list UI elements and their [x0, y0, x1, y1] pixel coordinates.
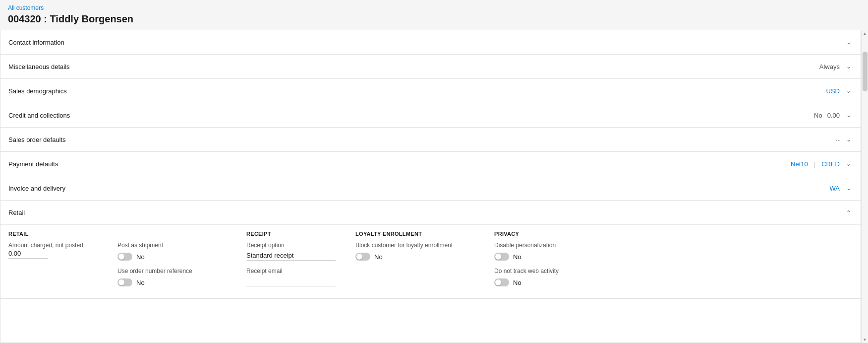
- retail-amount-value: 0.00: [8, 250, 48, 259]
- loyalty-block-label: Block customer for loyalty enrollment: [355, 242, 474, 249]
- no-track-web-value: No: [513, 279, 521, 286]
- section-right-credit: No 0.00 ⌄: [814, 112, 853, 119]
- main-content: Contact information ⌄ Miscellaneous deta…: [0, 30, 861, 343]
- retail-heading: RETAIL: [8, 231, 98, 237]
- misc-value: Always: [819, 63, 840, 70]
- section-title-credit: Credit and collections: [8, 112, 70, 119]
- chevron-down-icon: ⌄: [845, 87, 853, 94]
- payment-divider: |: [814, 160, 815, 168]
- retail-col-2: Post as shipment No Use order number ref…: [117, 231, 246, 286]
- section-sales-order-defaults[interactable]: Sales order defaults -- ⌄: [0, 128, 861, 152]
- retail-col-3: RECEIPT Receipt option Receipt email: [246, 231, 355, 286]
- loyalty-value: No: [374, 253, 383, 261]
- no-track-web-toggle-row: No: [494, 278, 593, 286]
- chevron-down-icon: ⌄: [845, 112, 853, 119]
- section-miscellaneous-details[interactable]: Miscellaneous details Always ⌄: [0, 55, 861, 79]
- post-shipment-toggle-row: No: [117, 253, 227, 261]
- order-number-ref-value: No: [136, 279, 145, 286]
- disable-personalization-toggle-row: No: [494, 253, 593, 261]
- sales-demo-value: USD: [826, 87, 840, 95]
- payment-value-cred: CRED: [821, 160, 840, 168]
- receipt-heading: RECEIPT: [246, 231, 336, 237]
- page-container: All customers 004320 : Tiddly Borgensen …: [0, 0, 868, 343]
- scrollbar-down-arrow[interactable]: ▼: [862, 336, 868, 343]
- retail-col-4: LOYALTY ENROLLMENT Block customer for lo…: [355, 231, 494, 286]
- post-shipment-label: Post as shipment: [117, 242, 227, 249]
- retail-col-5: PRIVACY Disable personalization No Do no…: [494, 231, 613, 286]
- disable-personalization-value: No: [513, 253, 521, 261]
- order-number-ref-toggle-row: No: [117, 278, 227, 286]
- loyalty-toggle[interactable]: [355, 253, 370, 261]
- chevron-down-icon: ⌄: [845, 39, 853, 46]
- invoice-value-wa: WA: [830, 185, 840, 192]
- section-invoice-delivery[interactable]: Invoice and delivery WA ⌄: [0, 176, 861, 201]
- section-sales-demographics[interactable]: Sales demographics USD ⌄: [0, 79, 861, 103]
- toggle-knob-3: [356, 254, 362, 260]
- section-right-payment: Net10 | CRED ⌄: [791, 160, 853, 168]
- section-title-contact: Contact information: [8, 39, 64, 46]
- chevron-down-icon: ⌄: [845, 160, 853, 167]
- section-right-sales-order: -- ⌄: [835, 136, 853, 143]
- section-contact-information[interactable]: Contact information ⌄: [0, 30, 861, 55]
- disable-personalization-toggle[interactable]: [494, 253, 509, 261]
- section-right-retail: ⌄: [845, 209, 853, 216]
- retail-grid: RETAIL Amount charged, not posted 0.00 P…: [8, 231, 853, 286]
- payment-value-net10: Net10: [791, 160, 808, 168]
- section-title-sales-demo: Sales demographics: [8, 87, 67, 95]
- breadcrumb-link[interactable]: All customers: [8, 4, 44, 11]
- section-payment-defaults[interactable]: Payment defaults Net10 | CRED ⌄: [0, 152, 861, 176]
- credit-value-amount: 0.00: [827, 112, 840, 119]
- receipt-option-input[interactable]: [246, 251, 336, 261]
- chevron-down-icon: ⌄: [845, 185, 853, 192]
- loyalty-toggle-row: No: [355, 253, 474, 261]
- section-title-misc: Miscellaneous details: [8, 63, 70, 70]
- scrollbar-track: ▲ ▼: [861, 30, 868, 343]
- section-retail[interactable]: Retail ⌄ RETAIL Amount charged, not post…: [0, 201, 861, 299]
- breadcrumb: All customers: [0, 0, 868, 12]
- chevron-up-icon: ⌄: [845, 209, 853, 216]
- post-shipment-toggle[interactable]: [117, 253, 132, 261]
- chevron-down-icon: ⌄: [845, 136, 853, 143]
- section-title-invoice: Invoice and delivery: [8, 185, 65, 192]
- receipt-email-label: Receipt email: [246, 268, 336, 274]
- scrollbar-thumb[interactable]: [863, 52, 868, 91]
- retail-col-1: RETAIL Amount charged, not posted 0.00: [8, 231, 117, 286]
- toggle-knob-5: [495, 279, 501, 285]
- retail-amount-label: Amount charged, not posted: [8, 242, 98, 249]
- section-right-invoice: WA ⌄: [830, 185, 853, 192]
- post-shipment-value: No: [136, 253, 145, 261]
- no-track-web-label: Do not track web activity: [494, 268, 593, 274]
- section-right-contact: ⌄: [845, 39, 853, 46]
- scroll-area: Contact information ⌄ Miscellaneous deta…: [0, 30, 868, 343]
- toggle-knob-4: [495, 254, 501, 260]
- order-number-ref-label: Use order number reference: [117, 268, 227, 274]
- section-credit-collections[interactable]: Credit and collections No 0.00 ⌄: [0, 103, 861, 128]
- page-title: 004320 : Tiddly Borgensen: [0, 12, 868, 30]
- section-title-sales-order: Sales order defaults: [8, 136, 66, 143]
- sales-order-value: --: [835, 136, 840, 143]
- no-track-web-toggle[interactable]: [494, 278, 509, 286]
- section-title-payment: Payment defaults: [8, 160, 58, 168]
- receipt-option-label: Receipt option: [246, 242, 336, 249]
- disable-personalization-label: Disable personalization: [494, 242, 593, 249]
- receipt-email-input[interactable]: [246, 276, 336, 286]
- privacy-heading: PRIVACY: [494, 231, 593, 237]
- credit-value-no: No: [814, 112, 822, 119]
- section-right-sales-demo: USD ⌄: [826, 87, 853, 95]
- scrollbar-up-arrow[interactable]: ▲: [862, 30, 868, 37]
- chevron-down-icon: ⌄: [845, 63, 853, 70]
- retail-body: RETAIL Amount charged, not posted 0.00 P…: [0, 224, 861, 298]
- toggle-knob-2: [118, 279, 124, 285]
- section-title-retail: Retail: [8, 209, 25, 216]
- toggle-knob: [118, 254, 124, 260]
- loyalty-heading: LOYALTY ENROLLMENT: [355, 231, 474, 237]
- section-right-misc: Always ⌄: [819, 63, 853, 70]
- retail-col2-heading: [117, 231, 227, 237]
- order-number-ref-toggle[interactable]: [117, 278, 132, 286]
